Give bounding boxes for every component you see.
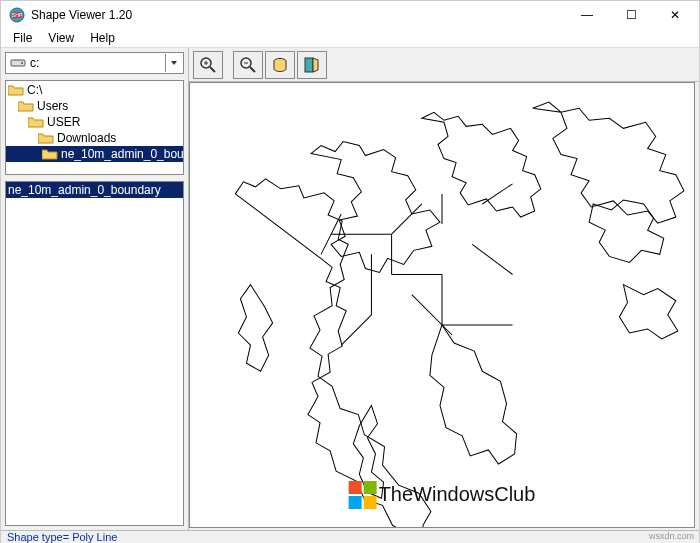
database-icon	[271, 56, 289, 74]
folder-open-icon	[38, 132, 54, 144]
minimize-button[interactable]: —	[565, 1, 609, 29]
folder-open-icon	[28, 116, 44, 128]
zoom-out-icon	[239, 56, 257, 74]
tree-label: Users	[37, 99, 68, 113]
content-area: c: C:\ Users USER	[1, 48, 699, 530]
menu-view[interactable]: View	[42, 29, 80, 47]
main-panel: TheWindowsClub	[189, 48, 699, 530]
tree-row[interactable]: Users	[6, 98, 183, 114]
sidebar: c: C:\ Users USER	[1, 48, 189, 530]
status-bar: Shape type= Poly Line	[1, 530, 699, 543]
drive-icon	[10, 57, 26, 69]
drive-selector[interactable]: c:	[5, 52, 184, 74]
watermark: TheWindowsClub	[349, 481, 536, 509]
view-dbf-button[interactable]	[265, 51, 295, 79]
status-text: Shape type= Poly Line	[7, 531, 117, 543]
file-list[interactable]: ne_10m_admin_0_boundary	[5, 181, 184, 526]
zoom-in-button[interactable]	[193, 51, 223, 79]
folder-open-icon	[8, 84, 24, 96]
folder-open-icon	[42, 148, 58, 160]
tree-row-selected[interactable]: ne_10m_admin_0_bou	[6, 146, 183, 162]
tree-label: ne_10m_admin_0_bou	[61, 147, 183, 161]
tree-row[interactable]: USER	[6, 114, 183, 130]
drive-label: c:	[30, 56, 39, 70]
titlebar[interactable]: SHP Shape Viewer 1.20 — ☐ ✕	[1, 1, 699, 29]
file-row-selected[interactable]: ne_10m_admin_0_boundary	[6, 182, 183, 198]
zoom-in-icon	[199, 56, 217, 74]
tree-label: Downloads	[57, 131, 116, 145]
windows-logo-icon	[349, 481, 377, 509]
app-icon: SHP	[9, 7, 25, 23]
shapefile-render	[190, 83, 694, 527]
tree-label: USER	[47, 115, 80, 129]
tree-row[interactable]: C:\	[6, 82, 183, 98]
map-canvas[interactable]: TheWindowsClub	[189, 82, 695, 528]
chevron-down-icon	[165, 54, 181, 72]
exit-icon	[303, 56, 321, 74]
watermark-text: TheWindowsClub	[379, 483, 536, 506]
attribution: wsxdn.com	[649, 531, 694, 541]
svg-text:SHP: SHP	[12, 12, 23, 18]
maximize-button[interactable]: ☐	[609, 1, 653, 29]
close-button[interactable]: ✕	[653, 1, 697, 29]
folder-tree[interactable]: C:\ Users USER Downloads ne_10m_admin_0_…	[5, 80, 184, 175]
window-title: Shape Viewer 1.20	[31, 8, 565, 22]
svg-rect-13	[305, 58, 313, 72]
folder-open-icon	[18, 100, 34, 112]
exit-button[interactable]	[297, 51, 327, 79]
zoom-out-button[interactable]	[233, 51, 263, 79]
svg-point-4	[21, 62, 23, 64]
svg-line-10	[250, 67, 255, 72]
menu-help[interactable]: Help	[84, 29, 121, 47]
tree-row[interactable]: Downloads	[6, 130, 183, 146]
file-label: ne_10m_admin_0_boundary	[8, 183, 161, 197]
toolbar	[189, 48, 699, 82]
menubar: File View Help	[1, 29, 699, 48]
tree-label: C:\	[27, 83, 42, 97]
menu-file[interactable]: File	[7, 29, 38, 47]
svg-line-6	[210, 67, 215, 72]
app-window: SHP Shape Viewer 1.20 — ☐ ✕ File View He…	[0, 0, 700, 543]
